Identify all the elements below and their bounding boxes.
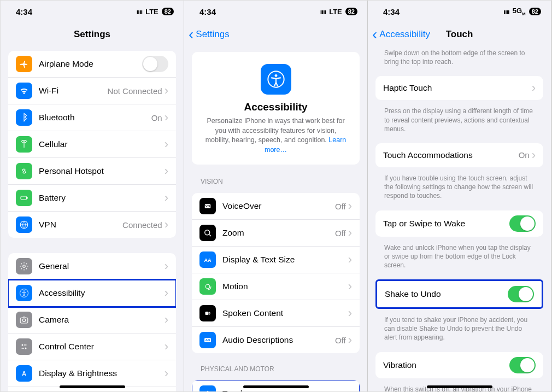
toggle[interactable] bbox=[509, 357, 536, 373]
row-label: Bluetooth bbox=[39, 113, 151, 122]
row-cellular[interactable]: Cellular bbox=[8, 131, 176, 158]
row-bluetooth[interactable]: BluetoothOn bbox=[8, 104, 176, 131]
status-time: 4:34 bbox=[16, 7, 32, 16]
chevron-icon bbox=[165, 164, 168, 178]
row-zoom[interactable]: ZoomOff bbox=[192, 220, 360, 247]
svg-point-19 bbox=[274, 74, 277, 77]
svg-rect-1 bbox=[27, 197, 28, 199]
ad-icon: AD bbox=[199, 332, 216, 348]
motion-icon bbox=[199, 278, 216, 295]
battery-icon: 82 bbox=[162, 8, 174, 15]
chevron-icon bbox=[165, 137, 168, 151]
speak-icon bbox=[199, 305, 216, 321]
row-vibration[interactable]: Vibration bbox=[375, 352, 543, 378]
page-title: Settings bbox=[74, 29, 110, 40]
row-label: Cellular bbox=[39, 139, 165, 149]
row-display-text-size[interactable]: AADisplay & Text Size bbox=[192, 247, 360, 273]
access-icon bbox=[16, 285, 32, 301]
row-vpn[interactable]: VPNConnected bbox=[8, 212, 176, 238]
network-label: 5GM bbox=[513, 7, 526, 16]
row-shake-to-undo[interactable]: Shake to Undo bbox=[377, 281, 542, 307]
row-control-center[interactable]: Control Center bbox=[8, 334, 176, 360]
haptic-group: Haptic Touch bbox=[375, 76, 543, 100]
network-label: LTE bbox=[329, 8, 342, 16]
hero-title: Accessibility bbox=[203, 101, 349, 113]
signal-icon bbox=[320, 8, 326, 16]
row-label: Airplane Mode bbox=[39, 59, 142, 69]
svg-text:AA: AA bbox=[204, 258, 212, 263]
svg-rect-0 bbox=[21, 196, 27, 200]
row-battery[interactable]: Battery bbox=[8, 185, 176, 212]
signal-icon bbox=[503, 8, 509, 16]
hero-desc: Personalize iPhone in ways that work bes… bbox=[203, 116, 349, 155]
network-label: LTE bbox=[145, 8, 158, 16]
chevron-icon bbox=[348, 387, 352, 391]
row-label: Wi-Fi bbox=[39, 86, 108, 96]
chevron-icon bbox=[165, 259, 168, 273]
home-indicator[interactable] bbox=[427, 385, 492, 388]
home-indicator[interactable] bbox=[243, 385, 309, 388]
bt-icon bbox=[16, 109, 32, 126]
row-label: Accessibility bbox=[39, 288, 165, 298]
vib-group: Vibration bbox=[375, 352, 543, 378]
accessibility-screen: 4:34 LTE 82 Settings Accessibility Perso… bbox=[184, 1, 368, 391]
row-detail: Off bbox=[335, 229, 346, 238]
toggle[interactable] bbox=[508, 286, 534, 302]
row-camera[interactable]: Camera bbox=[8, 307, 176, 334]
chevron-icon bbox=[165, 340, 168, 354]
chevron-icon bbox=[348, 333, 352, 347]
row-haptic-touch[interactable]: Haptic Touch bbox=[375, 76, 543, 100]
row-accessibility[interactable]: Accessibility bbox=[8, 280, 176, 307]
row-label: Display & Brightness bbox=[39, 368, 165, 378]
aa-icon: AA bbox=[199, 251, 216, 268]
status-bar: 4:34 5GM 82 bbox=[368, 1, 551, 22]
plane-icon bbox=[16, 56, 32, 72]
chevron-icon bbox=[532, 148, 536, 162]
row-display-brightness[interactable]: ADisplay & Brightness bbox=[8, 360, 176, 387]
hero-card: Accessibility Personalize iPhone in ways… bbox=[192, 52, 360, 165]
row-detail: Off bbox=[335, 336, 346, 345]
row-touch-accommodations[interactable]: Touch Accommodations On bbox=[375, 143, 543, 167]
chevron-icon bbox=[348, 306, 352, 320]
row-airplane-mode[interactable]: Airplane Mode bbox=[8, 51, 176, 78]
tap-group: Tap or Swipe to Wake bbox=[375, 210, 543, 237]
back-button[interactable]: Settings bbox=[189, 29, 230, 40]
note: Swipe down on the bottom edge of the scr… bbox=[368, 46, 551, 72]
gear-icon bbox=[16, 258, 32, 274]
back-button[interactable]: Accessibility bbox=[372, 29, 430, 40]
link-icon bbox=[16, 163, 32, 179]
row-audio-descriptions[interactable]: ADAudio DescriptionsOff bbox=[192, 327, 360, 353]
toggle[interactable] bbox=[509, 215, 536, 232]
settings-screen: 4:34 LTE 82 Settings Airplane ModeWi-FiN… bbox=[1, 1, 184, 391]
wifi-icon bbox=[16, 83, 32, 99]
home-indicator[interactable] bbox=[60, 385, 125, 388]
row-label: Spoken Content bbox=[222, 308, 348, 318]
status-time: 4:34 bbox=[199, 7, 216, 16]
row-personal-hotspot[interactable]: Personal Hotspot bbox=[8, 158, 176, 185]
row-label: Zoom bbox=[222, 228, 335, 238]
toggle[interactable] bbox=[142, 56, 168, 72]
chevron-icon bbox=[348, 226, 352, 240]
shake-group: Shake to Undo bbox=[375, 279, 543, 309]
chevron-icon bbox=[348, 253, 352, 267]
nav-header: Settings bbox=[1, 22, 184, 46]
note: If you have trouble using the touch scre… bbox=[368, 172, 551, 206]
row-label: General bbox=[39, 261, 165, 271]
row-wi-fi[interactable]: Wi-FiNot Connected bbox=[8, 78, 176, 104]
section-vision: Vision bbox=[184, 170, 367, 189]
row-voiceover[interactable]: VOVoiceOverOff bbox=[192, 193, 360, 220]
battery-icon: 82 bbox=[345, 8, 357, 15]
svg-point-5 bbox=[24, 290, 25, 291]
sun-icon: A bbox=[16, 365, 32, 382]
section-motor: Physical and Motor bbox=[184, 358, 367, 376]
note: If you tend to shake your iPhone by acci… bbox=[368, 313, 551, 348]
row-motion[interactable]: Motion bbox=[192, 273, 360, 300]
row-general[interactable]: General bbox=[8, 253, 176, 280]
page-title: Touch bbox=[446, 29, 473, 40]
row-spoken-content[interactable]: Spoken Content bbox=[192, 300, 360, 327]
row-tap-to-wake[interactable]: Tap or Swipe to Wake bbox=[375, 210, 543, 237]
vo-icon: VO bbox=[199, 198, 216, 214]
chevron-icon bbox=[348, 279, 352, 294]
chevron-icon bbox=[165, 313, 168, 327]
svg-point-24 bbox=[205, 284, 210, 289]
